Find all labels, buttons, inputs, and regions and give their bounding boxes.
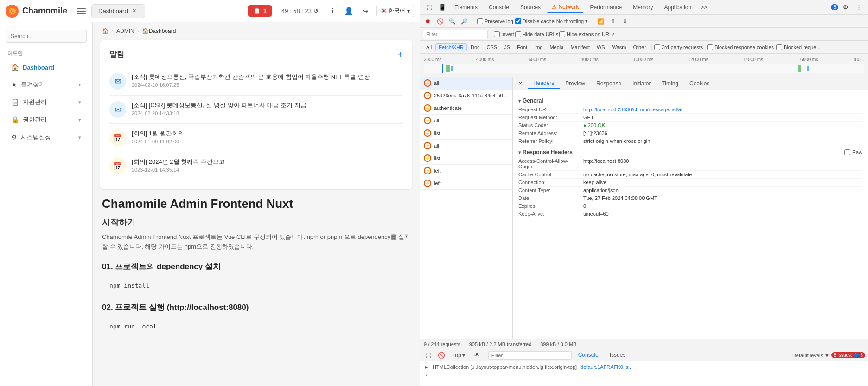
request-item-list-2[interactable]: ⚡ list [420,152,512,165]
eye-icon[interactable]: 👁 [472,350,483,361]
filter-wasm[interactable]: Wasm [609,43,630,51]
tab-response[interactable]: Response [591,78,627,89]
breadcrumb-admin[interactable]: ADMIN [116,28,134,34]
tab-console[interactable]: Console [484,2,514,13]
expand-icon[interactable]: ► [424,364,429,370]
console-dock-icon[interactable]: ⬚ [423,350,434,361]
hide-data-urls-check[interactable]: Hide data URLs [515,31,559,37]
request-item-authenticate[interactable]: ⚡ authenticate [420,102,512,115]
detail-row-acao: Access-Control-Allow-Origin: http://loca… [518,157,862,171]
filter-button[interactable]: 🔍 [447,16,457,26]
request-item-left-2[interactable]: ⚡ left [420,177,512,190]
blocked-response-check[interactable]: Blocked response cookies [707,44,774,50]
language-button[interactable]: 🇰🇷 한국어 ▾ [376,5,414,17]
tab-cookies[interactable]: Cookies [684,78,715,89]
hamburger-button[interactable] [75,5,88,18]
devtools-device-button[interactable]: 📱 [437,2,448,13]
sidebar-item-permissions[interactable]: 🔒 권한관리 ▾ [4,111,89,128]
sidebar-item-resources[interactable]: 📋 자원관리 ▾ [4,94,89,110]
filter-input[interactable] [423,30,488,39]
request-item-all-1[interactable]: ⚡ all [420,77,512,90]
tab-console-bottom[interactable]: Console [574,350,603,360]
more-options-icon[interactable]: ⋮ [853,2,864,13]
request-item-left-1[interactable]: ⚡ left [420,165,512,177]
breadcrumb-home[interactable]: 🏠 [102,28,109,34]
filter-doc[interactable]: Doc [467,43,483,51]
request-item-all-2[interactable]: ⚡ all [420,115,512,127]
sidebar-item-settings[interactable]: ⚙ 시스템설정 ▾ [4,129,89,146]
console-top-select[interactable]: top ▾ [449,350,470,360]
tab-network[interactable]: ⚠ Network [547,2,583,13]
preserve-log-check[interactable]: Preserve log [477,18,513,24]
filter-other[interactable]: Other [630,43,649,51]
notification-item[interactable]: 📅 [회의] 2024년 2월 첫째주 주간보고 2023-12-01 14:3… [109,152,403,180]
tab-headers[interactable]: Headers [528,78,560,89]
search-button[interactable]: 🔎 [459,16,469,26]
wifi-icon[interactable]: 📶 [596,16,606,26]
upload-icon[interactable]: ⬆ [608,16,618,26]
notification-item[interactable]: ✉ [소식] [CSR] 롯데정보통신, 설 명절 맞아 파트너사 대금 조기 … [109,96,403,124]
settings-icon[interactable]: ⚙ [840,2,851,13]
request-item-list-1[interactable]: ⚡ list [420,127,512,140]
request-icon: ⚡ [424,142,431,149]
raw-check[interactable]: Raw [844,149,862,155]
sidebar-item-favorites[interactable]: ★ 즐겨찾기 ▾ [4,76,89,93]
filter-img[interactable]: Img [531,43,546,51]
console-chevron-line: › [424,371,864,378]
filter-media[interactable]: Media [546,43,567,51]
console-level[interactable]: Default levels ▼ 8 Issues: 🔵 8 [792,352,865,358]
notification-item[interactable]: ✉ [소식] 롯데정보통신, 국립부산과학관 관람객의 큰 호응에 힘입어 자율… [109,67,403,96]
tab-close-button[interactable]: ✕ [131,7,138,15]
filter-all[interactable]: All [423,43,435,51]
sidebar-item-dashboard[interactable]: 🏠 Dashboard [4,59,89,75]
filter-fetch-xhr[interactable]: Fetch/XHR [435,43,467,51]
chevron-right-icon[interactable]: › [426,372,428,377]
logo-area: 🌼 Chamomile [6,5,67,18]
notif-time: 2024-02-20 14:33:18 [132,110,403,116]
devtools-inspect-button[interactable]: ⬚ [424,2,435,13]
source-link[interactable]: default.1AFRAFK0.js:... [581,364,634,370]
tab-preview[interactable]: Preview [560,78,591,89]
tab-timing[interactable]: Timing [656,78,684,89]
notif-time: 2023-12-01 14:35:14 [132,167,403,173]
filter-font[interactable]: Font [514,43,530,51]
tab-initiator[interactable]: Initiator [627,78,656,89]
notification-item[interactable]: 📅 [회의] 1월 월간회의 2024-01-09 11:02:00 [109,124,403,152]
tab-performance[interactable]: Performance [585,2,626,13]
invert-check[interactable]: Invert [494,31,514,37]
third-party-check[interactable]: 3rd-party requests [654,44,703,50]
no-throttling-check[interactable]: No throttling ▾ [556,18,588,24]
more-tabs-button[interactable]: >> [698,2,710,13]
console-filter-input[interactable] [488,351,572,360]
tab-issues-bottom[interactable]: Issues [605,350,631,360]
console-clear-icon[interactable]: 🚫 [436,350,447,361]
request-detail: ✕ Headers Preview Response Initiator Tim… [513,77,868,339]
disable-cache-check[interactable]: Disable cache [515,18,555,24]
search-input[interactable] [6,30,87,43]
tab-memory[interactable]: Memory [628,2,657,13]
add-notification-button[interactable]: + [397,49,403,60]
tab-sources[interactable]: Sources [516,2,545,13]
chevron-down-icon: ▾ [407,8,410,14]
filter-js[interactable]: JS [501,43,513,51]
info-icon[interactable]: ℹ [326,5,339,18]
request-item-all-3[interactable]: ⚡ all [420,140,512,152]
user-icon[interactable]: 👤 [343,5,356,18]
clear-button[interactable]: 🚫 [435,16,445,26]
filter-manifest[interactable]: Manifest [567,43,593,51]
tab-application[interactable]: Application [659,2,696,13]
record-button[interactable]: ⏺ [423,16,433,26]
notification-button[interactable]: 📋 1 [248,5,272,17]
filter-ws[interactable]: WS [594,43,608,51]
download-icon[interactable]: ⬇ [620,16,630,26]
transferred-size: 905 kB / 2.2 MB transferred [469,341,532,347]
detail-close-button[interactable]: ✕ [515,78,526,89]
filter-css[interactable]: CSS [484,43,501,51]
request-item-json[interactable]: ⚡ 25926eea-6a76-441a-84c4-a0f7e08e66e2.j… [420,90,512,102]
logout-icon[interactable]: ↪ [359,5,372,18]
dashboard-tab[interactable]: Dashboard ✕ [91,4,145,18]
hide-extension-urls-check[interactable]: Hide extension URLs [559,31,614,37]
tab-elements[interactable]: Elements [450,2,482,13]
sidebar-label-favorites: 즐겨찾기 [21,80,45,89]
blocked-request-check[interactable]: Blocked reque... [776,44,821,50]
